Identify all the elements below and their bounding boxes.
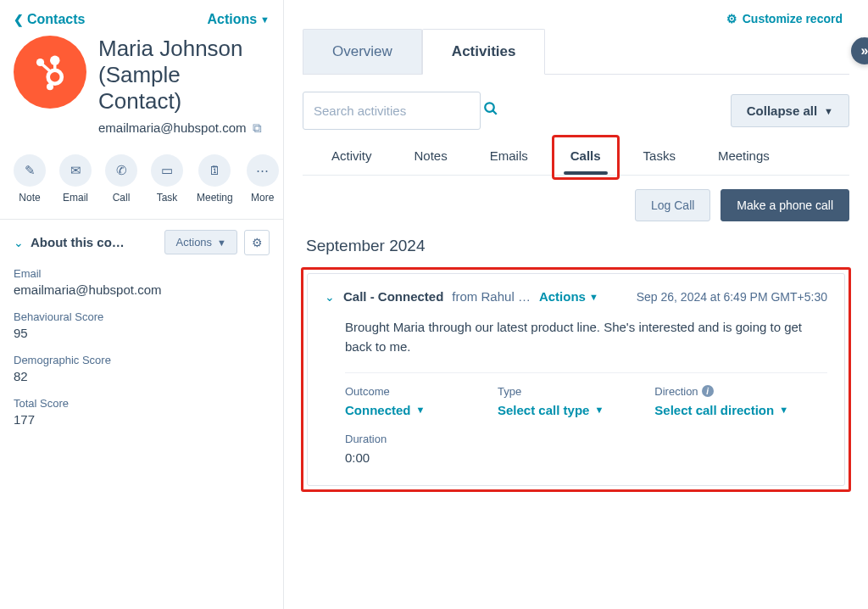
card-field-outcome: Outcome Connected ▼ bbox=[345, 385, 447, 417]
about-actions-dropdown[interactable]: Actions ▼ bbox=[164, 230, 237, 254]
call-direction-dropdown[interactable]: Select call direction ▼ bbox=[654, 403, 788, 417]
note-icon: ✎ bbox=[14, 154, 46, 187]
field-behavioural-score: Behavioural Score 95 bbox=[14, 310, 270, 340]
search-icon[interactable] bbox=[483, 101, 498, 120]
contact-avatar[interactable] bbox=[14, 36, 86, 109]
svg-point-7 bbox=[485, 103, 494, 112]
quick-action-note[interactable]: ✎ Note bbox=[14, 154, 46, 204]
chevron-down-icon: ▼ bbox=[217, 237, 226, 248]
chevron-left-icon: ❮ bbox=[14, 13, 24, 26]
email-icon: ✉ bbox=[59, 154, 92, 187]
quick-action-more[interactable]: ⋯ More bbox=[247, 154, 279, 204]
expand-panel-button[interactable]: » bbox=[851, 37, 868, 64]
chevron-down-icon: ▼ bbox=[779, 405, 788, 415]
card-from-text: from Rahul … bbox=[452, 289, 531, 304]
card-field-direction: Direction i Select call direction ▼ bbox=[654, 385, 788, 417]
field-email: Email emailmaria@hubspot.com bbox=[14, 267, 270, 297]
chevron-down-icon: ▼ bbox=[594, 405, 604, 415]
card-body[interactable]: Brought Maria through our latest product… bbox=[345, 317, 827, 357]
about-section-title: About this co… bbox=[31, 235, 158, 249]
customize-record-link[interactable]: ⚙ Customize record bbox=[726, 12, 843, 25]
sidebar-actions-label: Actions bbox=[207, 12, 257, 27]
more-icon: ⋯ bbox=[247, 154, 279, 187]
card-title: Call - Connected bbox=[343, 289, 443, 304]
main-tabs: Overview Activities bbox=[303, 29, 849, 75]
call-activity-card: ⌄ Call - Connected from Rahul … Actions … bbox=[307, 273, 845, 486]
calendar-icon: 🗓 bbox=[198, 154, 231, 187]
subtab-activity[interactable]: Activity bbox=[325, 142, 379, 175]
back-to-contacts[interactable]: ❮ Contacts bbox=[14, 12, 85, 27]
hubspot-logo-icon bbox=[31, 53, 70, 92]
quick-action-task[interactable]: ▭ Task bbox=[151, 154, 183, 204]
search-input[interactable] bbox=[314, 103, 475, 118]
card-timestamp: Sep 26, 2024 at 6:49 PM GMT+5:30 bbox=[637, 290, 827, 304]
chevron-down-icon: ▼ bbox=[260, 14, 270, 25]
subtab-calls[interactable]: Calls bbox=[564, 142, 608, 175]
divider bbox=[345, 372, 827, 373]
task-icon: ▭ bbox=[151, 154, 183, 187]
chevron-down-icon: ▼ bbox=[824, 106, 833, 116]
subtab-tasks[interactable]: Tasks bbox=[637, 142, 682, 175]
contact-email[interactable]: emailmaria@hubspot.com bbox=[98, 120, 246, 135]
main-content: ⚙ Customize record » Overview Activities… bbox=[284, 0, 868, 609]
chevron-down-icon: ▼ bbox=[589, 292, 598, 302]
collapse-all-button[interactable]: Collapse all ▼ bbox=[731, 94, 849, 127]
card-field-type: Type Select call type ▼ bbox=[498, 385, 604, 417]
outcome-dropdown[interactable]: Connected ▼ bbox=[345, 403, 447, 417]
chevron-right-icon: » bbox=[861, 43, 868, 59]
subtab-emails[interactable]: Emails bbox=[483, 142, 535, 175]
subtab-meetings[interactable]: Meetings bbox=[711, 142, 776, 175]
contact-sidebar: ❮ Contacts Actions ▼ bbox=[0, 0, 284, 609]
gear-icon: ⚙ bbox=[726, 12, 737, 25]
card-actions-dropdown[interactable]: Actions ▼ bbox=[539, 289, 598, 304]
field-demographic-score: Demographic Score 82 bbox=[14, 354, 270, 383]
about-settings-button[interactable]: ⚙ bbox=[244, 230, 270, 255]
search-activities-box[interactable] bbox=[303, 92, 481, 130]
log-call-button[interactable]: Log Call bbox=[635, 189, 710, 221]
copy-icon[interactable]: ⧉ bbox=[253, 120, 262, 136]
back-label: Contacts bbox=[27, 12, 85, 27]
svg-line-8 bbox=[492, 110, 497, 115]
card-collapse-toggle[interactable]: ⌄ bbox=[325, 290, 335, 304]
svg-line-4 bbox=[42, 64, 51, 72]
about-collapse-toggle[interactable]: ⌄ bbox=[14, 236, 24, 249]
subtab-notes[interactable]: Notes bbox=[408, 142, 454, 175]
activity-subtabs: Activity Notes Emails Calls Tasks Meetin… bbox=[303, 142, 849, 176]
chevron-down-icon: ▼ bbox=[416, 405, 426, 415]
svg-point-1 bbox=[50, 55, 60, 65]
phone-icon: ✆ bbox=[105, 154, 137, 187]
tab-overview[interactable]: Overview bbox=[303, 29, 422, 74]
card-field-duration: Duration 0:00 bbox=[345, 433, 447, 465]
annotation-highlight-card: ⌄ Call - Connected from Rahul … Actions … bbox=[301, 267, 851, 492]
duration-value: 0:00 bbox=[345, 450, 447, 465]
quick-action-call[interactable]: ✆ Call bbox=[105, 154, 137, 204]
info-icon[interactable]: i bbox=[702, 385, 714, 397]
gear-icon: ⚙ bbox=[252, 236, 263, 249]
quick-action-meeting[interactable]: 🗓 Meeting bbox=[197, 154, 233, 204]
tab-activities[interactable]: Activities bbox=[422, 29, 546, 75]
quick-action-email[interactable]: ✉ Email bbox=[59, 154, 92, 204]
contact-name: Maria Johnson (Sample Contact) bbox=[98, 36, 270, 115]
svg-line-6 bbox=[50, 82, 52, 85]
field-total-score: Total Score 177 bbox=[14, 397, 270, 427]
make-phone-call-button[interactable]: Make a phone call bbox=[721, 189, 849, 221]
sidebar-actions-dropdown[interactable]: Actions ▼ bbox=[207, 12, 270, 27]
timeline-month-header: September 2024 bbox=[284, 232, 868, 262]
call-type-dropdown[interactable]: Select call type ▼ bbox=[498, 403, 604, 417]
